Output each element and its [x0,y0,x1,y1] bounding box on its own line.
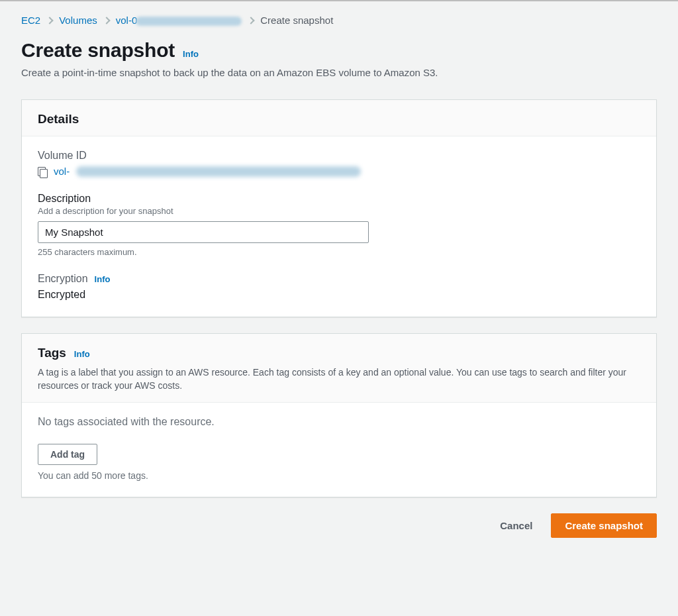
details-panel-header: Details [22,100,656,136]
page-description: Create a point-in-time snapshot to back … [21,67,657,78]
description-label: Description [38,193,640,205]
add-tag-button[interactable]: Add tag [38,444,97,465]
volume-id-field: Volume ID vol- [38,150,640,177]
volume-id-link[interactable]: vol- [54,166,70,177]
redacted-blur [136,17,242,26]
breadcrumb-volumes[interactable]: Volumes [59,15,97,26]
encryption-label: Encryption [38,273,88,285]
tags-panel: Tags Info A tag is a label that you assi… [21,333,657,497]
details-panel: Details Volume ID vol- Description Add a… [21,99,657,317]
page-actions: Cancel Create snapshot [21,513,657,538]
description-max-hint: 255 characters maximum. [38,247,640,257]
encryption-field: Encryption Info Encrypted [38,273,640,301]
description-hint: Add a description for your snapshot [38,206,640,216]
chevron-right-icon [46,17,54,24]
tags-empty-text: No tags associated with the resource. [38,416,640,428]
redacted-blur [76,166,361,177]
breadcrumb-volume-id[interactable]: vol-0 [116,15,242,26]
tags-description: A tag is a label that you assign to an A… [38,366,640,393]
copy-icon[interactable] [38,167,47,176]
description-input[interactable] [38,221,369,243]
volume-id-label: Volume ID [38,150,640,162]
chevron-right-icon [248,17,255,24]
tags-panel-header: Tags Info A tag is a label that you assi… [22,334,656,403]
breadcrumb-ec2[interactable]: EC2 [21,15,40,26]
tags-limit-hint: You can add 50 more tags. [38,470,640,481]
encryption-info-link[interactable]: Info [95,274,111,284]
chevron-right-icon [103,17,110,24]
breadcrumb: EC2 Volumes vol-0 Create snapshot [0,1,678,31]
page-title: Create snapshot [21,39,175,62]
page-header: Create snapshot Info Create a point-in-t… [0,31,678,89]
page-title-info-link[interactable]: Info [183,49,199,59]
encryption-value: Encrypted [38,289,640,301]
tags-title: Tags [38,346,66,360]
cancel-button[interactable]: Cancel [488,514,544,537]
breadcrumb-current: Create snapshot [260,15,333,26]
details-title: Details [38,112,79,127]
create-snapshot-button[interactable]: Create snapshot [551,513,657,538]
description-field: Description Add a description for your s… [38,193,640,257]
tags-info-link[interactable]: Info [74,349,90,359]
